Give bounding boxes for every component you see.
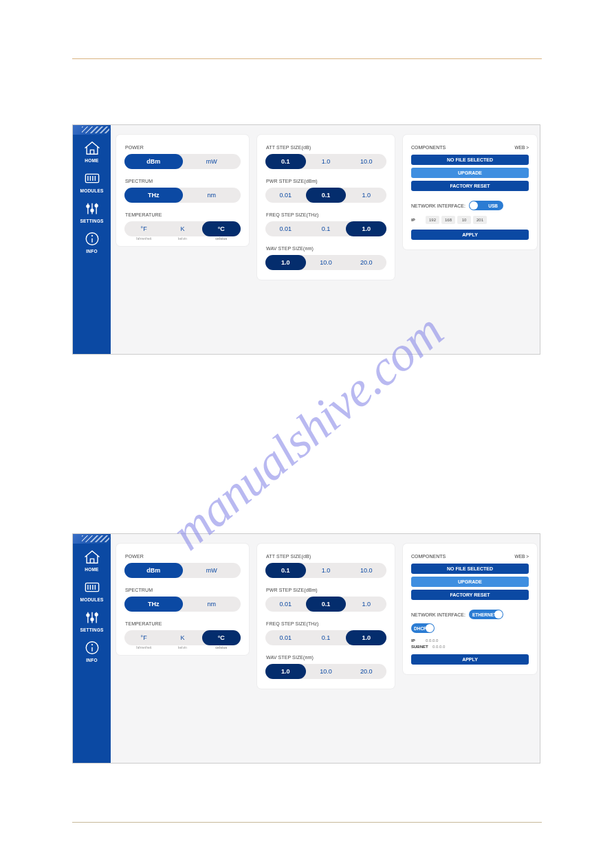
att-01[interactable]: 0.1	[265, 563, 306, 578]
apply-button[interactable]: APPLY	[411, 230, 529, 240]
components-label: COMPONENTS	[411, 554, 446, 559]
settings-icon	[83, 201, 102, 216]
reset-button[interactable]: FACTORY RESET	[411, 590, 529, 600]
toggle-knob	[470, 201, 478, 210]
net-label: NETWORK INTERFACE:	[411, 612, 465, 617]
temp-f[interactable]: °Ffahrenheit	[124, 221, 163, 236]
nav-modules[interactable]: MODULES	[73, 574, 111, 604]
ip-octet-4[interactable]	[473, 216, 487, 224]
wav-1[interactable]: 1.0	[265, 664, 306, 679]
temp-c[interactable]: °Ccelsius	[202, 630, 241, 645]
svg-point-1	[86, 205, 89, 208]
dhcp-row: DHCP	[411, 623, 529, 633]
toggle-eth-label: ETHERNET	[472, 612, 496, 617]
power-dbm[interactable]: dBm	[124, 154, 183, 169]
spectrum-thz[interactable]: THz	[124, 597, 183, 612]
att-10[interactable]: 10.0	[346, 154, 386, 169]
att-1[interactable]: 1.0	[306, 154, 347, 169]
nav-home[interactable]: HOME	[73, 135, 111, 165]
upgrade-button[interactable]: UPGRADE	[411, 168, 529, 178]
modules-icon	[83, 170, 102, 186]
nav-home-label: HOME	[85, 158, 98, 163]
att-1[interactable]: 1.0	[306, 563, 347, 578]
spectrum-thz[interactable]: THz	[124, 188, 183, 203]
net-row: NETWORK INTERFACE: ETHERNET	[411, 610, 529, 619]
pwr-1[interactable]: 1.0	[346, 597, 386, 612]
spectrum-nm[interactable]: nm	[183, 597, 241, 612]
ip-octet-2[interactable]	[441, 216, 455, 224]
power-mw[interactable]: mW	[183, 563, 241, 578]
nofile-button[interactable]: NO FILE SELECTED	[411, 155, 529, 165]
temp-k[interactable]: Kkelvin	[163, 221, 201, 236]
nofile-button[interactable]: NO FILE SELECTED	[411, 564, 529, 574]
nav-settings[interactable]: SETTINGS	[73, 195, 111, 225]
toggle-knob	[494, 610, 503, 619]
freq-001[interactable]: 0.01	[265, 630, 306, 645]
nav-info[interactable]: INFO	[73, 225, 111, 256]
power-dbm[interactable]: dBm	[124, 563, 183, 578]
ip-octet-1[interactable]	[426, 216, 439, 224]
freq-1[interactable]: 1.0	[346, 630, 386, 645]
net-toggle[interactable]: ETHERNET	[469, 610, 503, 619]
pwr-001[interactable]: 0.01	[265, 597, 306, 612]
wav-20[interactable]: 20.0	[346, 664, 386, 679]
freq-1[interactable]: 1.0	[346, 221, 386, 236]
logo	[73, 534, 111, 544]
freq-001[interactable]: 0.01	[265, 221, 306, 236]
nav-home[interactable]: HOME	[73, 544, 111, 574]
pwr-row: 0.01 0.1 1.0	[265, 597, 386, 612]
att-label: ATT STEP SIZE(dB)	[266, 145, 386, 150]
pwr-01[interactable]: 0.1	[306, 188, 347, 203]
temp-k[interactable]: Kkelvin	[163, 630, 201, 645]
temp-f[interactable]: °Ffahrenheit	[124, 630, 163, 645]
spectrum-row: THz nm	[124, 597, 241, 612]
nav-settings[interactable]: SETTINGS	[73, 604, 111, 634]
spectrum-row: THz nm	[124, 188, 241, 203]
spectrum-label: SPECTRUM	[125, 179, 241, 183]
components-header: COMPONENTS WEB >	[411, 145, 529, 150]
ip-line: IP 0.0.0.0	[411, 638, 529, 643]
att-01[interactable]: 0.1	[265, 154, 306, 169]
pwr-1[interactable]: 1.0	[346, 188, 386, 203]
nav-modules-label: MODULES	[80, 597, 104, 602]
att-row: 0.1 1.0 10.0	[265, 154, 386, 169]
svg-point-5	[91, 235, 92, 236]
pwr-01[interactable]: 0.1	[306, 597, 347, 612]
subnet-value: 0.0.0.0	[432, 645, 445, 649]
pwr-001[interactable]: 0.01	[265, 188, 306, 203]
svg-point-11	[91, 644, 92, 645]
logo	[73, 125, 111, 135]
svg-point-7	[86, 614, 89, 616]
units-card: POWER dBm mW SPECTRUM THz nm TEMPERATURE…	[116, 544, 249, 655]
temp-row: °Ffahrenheit Kkelvin °Ccelsius	[124, 221, 241, 236]
wav-10[interactable]: 10.0	[306, 255, 347, 270]
freq-01[interactable]: 0.1	[306, 630, 347, 645]
spectrum-nm[interactable]: nm	[183, 188, 241, 203]
upgrade-button[interactable]: UPGRADE	[411, 577, 529, 587]
freq-label: FREQ STEP SIZE(THz)	[266, 621, 386, 626]
net-toggle[interactable]: USB	[469, 201, 503, 210]
dhcp-toggle[interactable]: DHCP	[411, 623, 435, 633]
freq-row: 0.01 0.1 1.0	[265, 221, 386, 236]
freq-label: FREQ STEP SIZE(THz)	[266, 212, 386, 217]
temp-label: TEMPERATURE	[125, 212, 241, 217]
nav-modules[interactable]: MODULES	[73, 165, 111, 195]
components-header: COMPONENTS WEB >	[411, 554, 529, 559]
freq-01[interactable]: 0.1	[306, 221, 347, 236]
web-link[interactable]: WEB >	[515, 554, 529, 559]
nav-info[interactable]: INFO	[73, 634, 111, 665]
wav-10[interactable]: 10.0	[306, 664, 347, 679]
ip-octet-3[interactable]	[457, 216, 471, 224]
reset-button[interactable]: FACTORY RESET	[411, 181, 529, 191]
temp-c[interactable]: °Ccelsius	[202, 221, 241, 236]
apply-button[interactable]: APPLY	[411, 654, 529, 665]
home-icon	[83, 549, 102, 565]
step-card: ATT STEP SIZE(dB) 0.1 1.0 10.0 PWR STEP …	[257, 135, 395, 280]
wav-1[interactable]: 1.0	[265, 255, 306, 270]
wav-20[interactable]: 20.0	[346, 255, 386, 270]
power-label: POWER	[125, 554, 241, 559]
power-mw[interactable]: mW	[183, 154, 241, 169]
att-10[interactable]: 10.0	[346, 563, 386, 578]
web-link[interactable]: WEB >	[515, 145, 529, 150]
att-row: 0.1 1.0 10.0	[265, 563, 386, 578]
